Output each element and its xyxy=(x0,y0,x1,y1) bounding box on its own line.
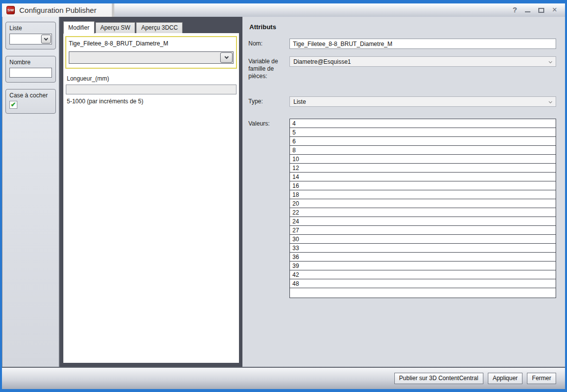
chevron-down-icon xyxy=(44,36,48,40)
longueur-label: Longueur_(mm) xyxy=(67,75,237,82)
attributes-panel: Attributs Nom: Variable de famille de pi… xyxy=(242,17,565,367)
chevron-down-icon xyxy=(549,60,552,63)
combo-dropdown-button[interactable] xyxy=(220,52,233,63)
window-title-tab: SW Configuration Publisher xyxy=(2,3,114,17)
palette-label-checkbox: Case à cocher xyxy=(9,92,52,99)
tab-modifier[interactable]: Modifier xyxy=(63,21,94,34)
tab-apercu-sw[interactable]: Aperçu SW xyxy=(95,22,136,33)
editor-panel: Modifier Aperçu SW Aperçu 3DCC Tige_File… xyxy=(60,17,242,367)
value-list-item[interactable]: 48 xyxy=(290,279,556,288)
diametre-combobox[interactable] xyxy=(69,51,234,64)
value-list-item[interactable]: 33 xyxy=(290,244,556,253)
editor-tabs: Modifier Aperçu SW Aperçu 3DCC xyxy=(63,21,239,33)
chevron-down-icon xyxy=(549,100,552,103)
value-list-item[interactable]: 14 xyxy=(290,173,556,181)
palette-checkbox[interactable]: ✔ xyxy=(9,101,17,109)
value-list-item[interactable]: 4 xyxy=(290,119,556,128)
tab-apercu-3dcc[interactable]: Aperçu 3DCC xyxy=(136,22,183,33)
apply-button[interactable]: Appliquer xyxy=(488,373,523,384)
publish-3dcc-button[interactable]: Publier sur 3D ContentCentral xyxy=(394,373,483,384)
value-list-item[interactable]: 30 xyxy=(290,235,556,244)
value-list-item[interactable]: 16 xyxy=(290,181,556,190)
value-list-item[interactable]: 10 xyxy=(290,155,556,164)
type-label: Type: xyxy=(248,96,289,105)
chevron-down-icon xyxy=(224,55,228,59)
palette-group-checkbox[interactable]: Case à cocher ✔ xyxy=(5,89,56,114)
footer-bar: Publier sur 3D ContentCentral Appliquer … xyxy=(2,367,565,389)
nom-label: Nom: xyxy=(248,39,289,47)
value-list-item[interactable]: 6 xyxy=(290,137,556,146)
values-list: 4568101214161820222427303336394248 xyxy=(289,119,556,298)
type-row: Type: Liste xyxy=(248,96,556,107)
value-list-item[interactable]: 36 xyxy=(290,253,556,261)
valeurs-row: Valeurs: 4568101214161820222427303336394… xyxy=(248,119,556,298)
palette-label-nombre: Nombre xyxy=(9,59,52,66)
maximize-icon[interactable] xyxy=(538,8,544,13)
nom-row: Nom: xyxy=(248,39,556,49)
attributes-heading: Attributs xyxy=(249,23,556,31)
type-dropdown-value: Liste xyxy=(293,98,306,105)
variable-dropdown[interactable]: Diametre@Esquisse1 xyxy=(289,56,556,67)
window-title: Configuration Publisher xyxy=(19,6,96,14)
control-palette-sidebar: Liste Nombre Case à cocher ✔ xyxy=(2,17,60,367)
titlebar: SW Configuration Publisher ? × xyxy=(2,3,565,17)
valeurs-label: Valeurs: xyxy=(248,119,289,128)
help-icon[interactable]: ? xyxy=(513,5,517,14)
value-list-item[interactable] xyxy=(290,288,556,298)
longueur-hint: 5-1000 (par incréments de 5) xyxy=(67,98,237,105)
value-list-item[interactable]: 8 xyxy=(290,146,556,155)
palette-group-nombre[interactable]: Nombre xyxy=(5,56,56,83)
type-dropdown[interactable]: Liste xyxy=(289,96,556,107)
close-button[interactable]: Fermer xyxy=(527,373,556,384)
main-area: Liste Nombre Case à cocher ✔ Modifier Ap xyxy=(2,17,565,367)
window-controls: ? × xyxy=(513,5,557,14)
value-list-item[interactable]: 18 xyxy=(290,190,556,199)
palette-nombre-input[interactable] xyxy=(9,68,52,78)
palette-label-liste: Liste xyxy=(9,25,52,32)
longueur-input[interactable] xyxy=(66,85,236,94)
value-list-item[interactable]: 12 xyxy=(290,164,556,173)
variable-label: Variable de famille de pièces: xyxy=(248,56,289,80)
combo-dropdown-button[interactable] xyxy=(41,35,51,44)
editor-content: Tige_Filetee_8-8_BRUT_Diametre_M Longueu… xyxy=(63,33,239,363)
value-list-item[interactable]: 5 xyxy=(290,128,556,137)
palette-liste-combobox[interactable] xyxy=(9,34,52,44)
palette-group-liste[interactable]: Liste xyxy=(5,22,56,49)
list-control-label: Tige_Filetee_8-8_BRUT_Diametre_M xyxy=(69,40,234,47)
value-list-item[interactable]: 20 xyxy=(290,199,556,208)
value-list-item[interactable]: 39 xyxy=(290,261,556,270)
value-list-item[interactable]: 24 xyxy=(290,217,556,226)
value-list-item[interactable]: 42 xyxy=(290,270,556,279)
value-list-item[interactable]: 22 xyxy=(290,208,556,217)
value-list-item[interactable]: 27 xyxy=(290,226,556,235)
variable-dropdown-value: Diametre@Esquisse1 xyxy=(293,58,351,65)
close-icon[interactable]: × xyxy=(552,6,557,13)
minimize-icon[interactable] xyxy=(525,11,530,12)
variable-row: Variable de famille de pièces: Diametre@… xyxy=(248,56,556,80)
selected-control-highlight[interactable]: Tige_Filetee_8-8_BRUT_Diametre_M xyxy=(65,36,237,69)
configuration-publisher-window: SW Configuration Publisher ? × Liste Nom… xyxy=(0,0,567,392)
solidworks-logo-icon: SW xyxy=(6,6,15,14)
nom-input[interactable] xyxy=(289,39,556,49)
